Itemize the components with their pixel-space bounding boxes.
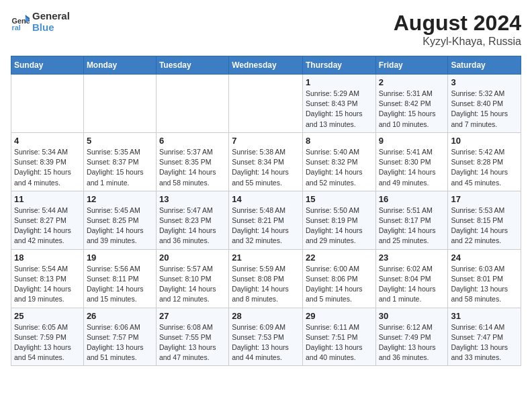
day-cell: 15Sunrise: 5:50 AM Sunset: 8:19 PM Dayli…: [302, 191, 375, 249]
day-cell: 18Sunrise: 5:54 AM Sunset: 8:13 PM Dayli…: [11, 249, 84, 308]
logo: Gene ral General Blue: [11, 11, 70, 33]
day-detail: Sunrise: 6:05 AM Sunset: 7:59 PM Dayligh…: [14, 322, 81, 363]
day-number: 12: [87, 194, 153, 204]
day-cell: 22Sunrise: 6:00 AM Sunset: 8:06 PM Dayli…: [302, 249, 375, 308]
day-number: 14: [232, 194, 300, 204]
day-detail: Sunrise: 5:32 AM Sunset: 8:40 PM Dayligh…: [451, 89, 518, 130]
day-cell: 4Sunrise: 5:34 AM Sunset: 8:39 PM Daylig…: [11, 132, 84, 191]
logo-line1: General: [32, 11, 70, 22]
day-header-saturday: Saturday: [448, 56, 521, 75]
day-number: 17: [451, 194, 518, 204]
day-cell: 11Sunrise: 5:44 AM Sunset: 8:27 PM Dayli…: [11, 191, 84, 249]
day-number: 5: [87, 136, 153, 146]
day-cell: 10Sunrise: 5:42 AM Sunset: 8:28 PM Dayli…: [448, 132, 521, 191]
logo-icon: Gene ral: [11, 13, 30, 32]
calendar-table: SundayMondayTuesdayWednesdayThursdayFrid…: [11, 56, 521, 366]
day-detail: Sunrise: 5:56 AM Sunset: 8:11 PM Dayligh…: [87, 264, 153, 305]
day-number: 15: [306, 194, 373, 204]
day-detail: Sunrise: 6:14 AM Sunset: 7:47 PM Dayligh…: [451, 322, 518, 363]
day-cell: 14Sunrise: 5:48 AM Sunset: 8:21 PM Dayli…: [229, 191, 303, 249]
week-row-2: 4Sunrise: 5:34 AM Sunset: 8:39 PM Daylig…: [11, 132, 521, 191]
day-detail: Sunrise: 5:51 AM Sunset: 8:17 PM Dayligh…: [379, 205, 445, 246]
day-cell: 6Sunrise: 5:37 AM Sunset: 8:35 PM Daylig…: [156, 132, 228, 191]
day-header-friday: Friday: [375, 56, 448, 75]
day-detail: Sunrise: 5:29 AM Sunset: 8:43 PM Dayligh…: [306, 89, 373, 130]
day-number: 9: [379, 136, 445, 146]
week-row-3: 11Sunrise: 5:44 AM Sunset: 8:27 PM Dayli…: [11, 191, 521, 249]
day-header-wednesday: Wednesday: [229, 56, 303, 75]
day-detail: Sunrise: 6:00 AM Sunset: 8:06 PM Dayligh…: [306, 264, 373, 305]
day-cell: 8Sunrise: 5:40 AM Sunset: 8:32 PM Daylig…: [302, 132, 375, 191]
day-cell: 12Sunrise: 5:45 AM Sunset: 8:25 PM Dayli…: [83, 191, 156, 249]
day-number: 13: [159, 194, 226, 204]
day-number: 20: [159, 253, 226, 263]
day-number: 29: [306, 311, 373, 321]
day-header-tuesday: Tuesday: [156, 56, 228, 75]
day-cell: 25Sunrise: 6:05 AM Sunset: 7:59 PM Dayli…: [11, 308, 84, 366]
day-cell: 2Sunrise: 5:31 AM Sunset: 8:42 PM Daylig…: [375, 75, 448, 133]
day-cell: 27Sunrise: 6:08 AM Sunset: 7:55 PM Dayli…: [156, 308, 228, 366]
day-cell: 3Sunrise: 5:32 AM Sunset: 8:40 PM Daylig…: [448, 75, 521, 133]
day-cell: 28Sunrise: 6:09 AM Sunset: 7:53 PM Dayli…: [229, 308, 303, 366]
day-number: 28: [232, 311, 300, 321]
day-number: 22: [306, 253, 373, 263]
title-block: August 2024 Kyzyl-Khaya, Russia: [394, 11, 521, 48]
day-number: 25: [14, 311, 81, 321]
page-header: Gene ral General Blue August 2024 Kyzyl-…: [11, 11, 521, 48]
day-header-sunday: Sunday: [11, 56, 84, 75]
day-detail: Sunrise: 6:08 AM Sunset: 7:55 PM Dayligh…: [159, 322, 226, 363]
day-cell: 30Sunrise: 6:12 AM Sunset: 7:49 PM Dayli…: [375, 308, 448, 366]
day-detail: Sunrise: 5:34 AM Sunset: 8:39 PM Dayligh…: [14, 147, 81, 188]
day-detail: Sunrise: 6:03 AM Sunset: 8:01 PM Dayligh…: [451, 264, 518, 305]
day-detail: Sunrise: 5:57 AM Sunset: 8:10 PM Dayligh…: [159, 264, 226, 305]
day-detail: Sunrise: 5:44 AM Sunset: 8:27 PM Dayligh…: [14, 205, 81, 246]
day-detail: Sunrise: 5:42 AM Sunset: 8:28 PM Dayligh…: [451, 147, 518, 188]
day-detail: Sunrise: 5:40 AM Sunset: 8:32 PM Dayligh…: [306, 147, 373, 188]
day-cell: [229, 75, 303, 133]
day-number: 11: [14, 194, 81, 204]
day-number: 16: [379, 194, 445, 204]
logo-line2: Blue: [32, 22, 70, 34]
day-cell: 5Sunrise: 5:35 AM Sunset: 8:37 PM Daylig…: [83, 132, 156, 191]
day-detail: Sunrise: 5:45 AM Sunset: 8:25 PM Dayligh…: [87, 205, 153, 246]
day-cell: 31Sunrise: 6:14 AM Sunset: 7:47 PM Dayli…: [448, 308, 521, 366]
day-number: 2: [379, 77, 445, 87]
day-number: 23: [379, 253, 445, 263]
day-detail: Sunrise: 5:41 AM Sunset: 8:30 PM Dayligh…: [379, 147, 445, 188]
day-cell: [83, 75, 156, 133]
day-cell: 24Sunrise: 6:03 AM Sunset: 8:01 PM Dayli…: [448, 249, 521, 308]
subtitle: Kyzyl-Khaya, Russia: [394, 36, 521, 48]
day-number: 26: [87, 311, 153, 321]
week-row-4: 18Sunrise: 5:54 AM Sunset: 8:13 PM Dayli…: [11, 249, 521, 308]
header-row: SundayMondayTuesdayWednesdayThursdayFrid…: [11, 56, 521, 75]
day-cell: [11, 75, 84, 133]
day-detail: Sunrise: 6:02 AM Sunset: 8:04 PM Dayligh…: [379, 264, 445, 305]
svg-text:ral: ral: [12, 23, 21, 31]
day-cell: 23Sunrise: 6:02 AM Sunset: 8:04 PM Dayli…: [375, 249, 448, 308]
day-detail: Sunrise: 5:47 AM Sunset: 8:23 PM Dayligh…: [159, 205, 226, 246]
day-cell: 16Sunrise: 5:51 AM Sunset: 8:17 PM Dayli…: [375, 191, 448, 249]
day-detail: Sunrise: 5:54 AM Sunset: 8:13 PM Dayligh…: [14, 264, 81, 305]
day-number: 6: [159, 136, 226, 146]
day-cell: 13Sunrise: 5:47 AM Sunset: 8:23 PM Dayli…: [156, 191, 228, 249]
day-number: 21: [232, 253, 300, 263]
main-title: August 2024: [394, 11, 521, 36]
day-cell: 7Sunrise: 5:38 AM Sunset: 8:34 PM Daylig…: [229, 132, 303, 191]
day-number: 18: [14, 253, 81, 263]
day-detail: Sunrise: 5:48 AM Sunset: 8:21 PM Dayligh…: [232, 205, 300, 246]
day-detail: Sunrise: 6:06 AM Sunset: 7:57 PM Dayligh…: [87, 322, 153, 363]
day-cell: 17Sunrise: 5:53 AM Sunset: 8:15 PM Dayli…: [448, 191, 521, 249]
day-number: 1: [306, 77, 373, 87]
day-header-monday: Monday: [83, 56, 156, 75]
day-number: 30: [379, 311, 445, 321]
day-cell: 26Sunrise: 6:06 AM Sunset: 7:57 PM Dayli…: [83, 308, 156, 366]
day-detail: Sunrise: 5:37 AM Sunset: 8:35 PM Dayligh…: [159, 147, 226, 188]
day-number: 7: [232, 136, 300, 146]
day-cell: 20Sunrise: 5:57 AM Sunset: 8:10 PM Dayli…: [156, 249, 228, 308]
day-number: 19: [87, 253, 153, 263]
day-detail: Sunrise: 6:12 AM Sunset: 7:49 PM Dayligh…: [379, 322, 445, 363]
day-number: 10: [451, 136, 518, 146]
day-number: 8: [306, 136, 373, 146]
day-cell: 1Sunrise: 5:29 AM Sunset: 8:43 PM Daylig…: [302, 75, 375, 133]
week-row-5: 25Sunrise: 6:05 AM Sunset: 7:59 PM Dayli…: [11, 308, 521, 366]
